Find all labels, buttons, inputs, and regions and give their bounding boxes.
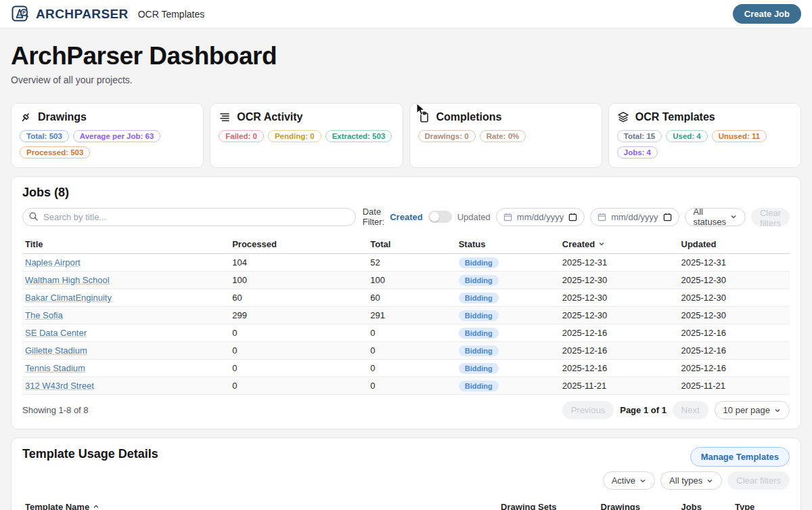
table-row: Tennis Stadium 0 0 Bidding 2025-12-16 20… [22,360,790,377]
date-to-input[interactable]: mm/dd/yyyy [590,208,679,226]
stat-card-title: Completions [436,111,502,123]
stat-card-title: OCR Activity [237,111,302,123]
date-filter-updated-option[interactable]: Updated [457,212,491,222]
template-usage-panel: Template Usage Details Manage Templates … [11,438,801,510]
status-badge: Bidding [459,293,499,303]
templates-table: Template Name Drawing Sets Drawings Jobs… [22,498,790,510]
svg-text:P: P [22,9,26,16]
per-page-select[interactable]: 10 per page [715,401,790,419]
col-header-type[interactable]: Type [732,498,790,510]
job-title-link[interactable]: Waltham High School [25,275,110,285]
job-title-link[interactable]: SE Data Center [25,328,87,338]
search-input[interactable] [22,208,356,226]
layers-icon [617,111,629,123]
showing-range: Showing 1-8 of 8 [22,405,89,415]
updated-cell: 2025-12-30 [679,272,790,289]
status-filter-select[interactable]: All statuses [685,208,746,226]
updated-cell: 2025-11-21 [679,377,790,395]
total-cell: 0 [367,342,455,360]
per-page-value: 10 per page [723,405,770,415]
col-header-status[interactable]: Status [456,235,560,254]
total-cell: 52 [367,254,455,272]
job-title-link[interactable]: Gillette Stadium [25,345,87,356]
previous-page-button[interactable]: Previous [562,401,614,419]
updated-cell: 2025-12-31 [679,254,790,272]
job-title-link[interactable]: Naples Airport [25,257,81,268]
processed-cell: 104 [229,254,367,272]
table-row: Naples Airport 104 52 Bidding 2025-12-31… [22,254,790,272]
stat-card-drawings: Drawings Total: 503 Average per Job: 63 … [11,103,204,168]
total-cell: 60 [367,289,455,307]
current-page-label: OCR Templates [138,9,205,20]
sort-desc-icon [598,240,605,247]
next-page-button[interactable]: Next [673,401,708,419]
active-filter-select[interactable]: Active [603,471,655,490]
col-header-drawings[interactable]: Drawings [598,498,679,510]
col-header-updated[interactable]: Updated [679,235,790,254]
updated-cell: 2025-12-16 [679,324,790,342]
col-header-processed[interactable]: Processed [229,235,367,254]
archparser-logo-icon: P [11,4,31,24]
date-picker-icon[interactable] [663,213,672,221]
brand-logo[interactable]: P ARCHPARSER [11,4,129,24]
active-filter-value: Active [612,475,635,486]
stat-badge: Extracted: 503 [325,130,392,142]
job-title-link[interactable]: Tennis Stadium [25,363,85,373]
job-title-link[interactable]: The Sofia [25,310,63,320]
created-cell: 2025-12-30 [560,307,679,324]
status-badge: Bidding [459,328,499,339]
table-row: The Sofia 299 291 Bidding 2025-12-30 202… [22,307,790,324]
template-usage-title: Template Usage Details [22,447,158,461]
stat-card-ocr-activity: OCR Activity Failed: 0 Pending: 0 Extrac… [210,103,403,168]
job-search [22,208,356,226]
stat-badge: Rate: 0% [480,130,526,142]
table-row: 312 W43rd Street 0 0 Bidding 2025-11-21 … [22,377,790,395]
updated-cell: 2025-12-16 [679,360,790,377]
date-to-placeholder: mm/dd/yyyy [611,212,658,222]
page-indicator: Page 1 of 1 [620,405,667,415]
create-job-button[interactable]: Create Job [733,4,801,24]
stat-badge: Jobs: 4 [617,146,658,158]
sort-asc-icon [93,503,99,510]
job-title-link[interactable]: Bakar ClimatEnginuity [25,293,112,303]
col-header-created[interactable]: Created [560,235,679,254]
created-cell: 2025-12-16 [560,324,679,342]
stat-cards-row: Drawings Total: 503 Average per Job: 63 … [11,103,801,168]
date-from-placeholder: mm/dd/yyyy [517,212,564,222]
date-filter-toggle[interactable] [428,211,452,223]
created-cell: 2025-12-16 [560,360,679,377]
jobs-table: Title Processed Total Status Created Upd… [22,235,790,395]
clear-filters-button[interactable]: Clear filters [727,471,790,490]
date-filter-created-option[interactable]: Created [390,212,422,222]
date-picker-icon[interactable] [568,213,577,221]
status-badge: Bidding [459,345,499,356]
total-cell: 291 [367,307,455,324]
updated-cell: 2025-12-30 [679,289,790,307]
type-filter-select[interactable]: All types [660,471,722,490]
manage-templates-button[interactable]: Manage Templates [690,447,790,467]
processed-cell: 0 [229,360,367,377]
col-header-jobs[interactable]: Jobs [679,498,732,510]
jobs-filters: Date Filter: Created Updated mm/dd/yyyy [363,207,790,227]
chevron-down-icon [706,477,713,484]
col-header-total[interactable]: Total [367,235,455,254]
type-filter-value: All types [669,475,702,486]
chevron-down-icon [730,213,737,220]
total-cell: 0 [367,377,455,395]
clipboard-icon [418,111,430,123]
processed-cell: 299 [229,307,367,324]
col-header-title[interactable]: Title [22,235,229,254]
job-title-link[interactable]: 312 W43rd Street [25,381,94,391]
stat-card-title: OCR Templates [635,111,715,123]
clear-filters-button[interactable]: Clear filters [751,208,790,226]
col-header-template-name[interactable]: Template Name [22,498,498,510]
updated-cell: 2025-12-30 [679,307,790,324]
processed-cell: 0 [229,377,367,395]
pushpin-icon [20,111,32,123]
stat-badge: Used: 4 [666,130,708,142]
date-from-input[interactable]: mm/dd/yyyy [496,208,585,226]
col-header-drawing-sets[interactable]: Drawing Sets [498,498,597,510]
calendar-icon [503,213,512,221]
date-filter-label: Date Filter: [363,207,385,227]
page-subtitle: Overview of all your projects. [11,75,801,85]
